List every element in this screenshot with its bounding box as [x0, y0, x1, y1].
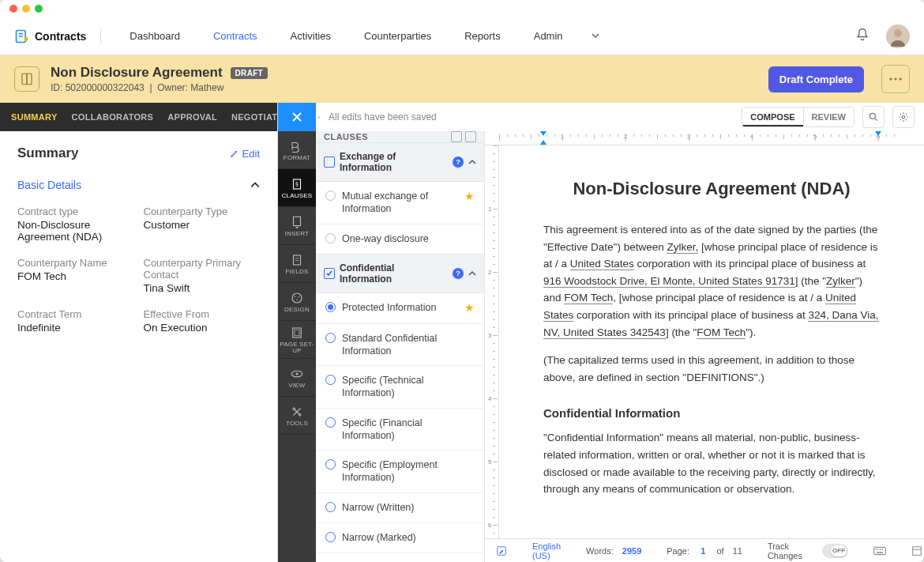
tool-icon — [290, 215, 304, 229]
clause-item[interactable]: One-way disclosure — [316, 224, 484, 254]
nav-reports[interactable]: Reports — [458, 25, 507, 47]
window-minimize-icon[interactable] — [22, 5, 30, 13]
ruler-horizontal[interactable]: 123456 — [485, 131, 924, 145]
tool-format[interactable]: FORMAT — [278, 131, 316, 169]
context-tabs: SUMMARY COLLABORATORS APPROVAL NEGOTIATI… — [0, 103, 277, 131]
basic-details-toggle[interactable]: Basic Details — [17, 172, 260, 198]
brand-icon — [14, 28, 30, 44]
tool-icon — [290, 367, 304, 381]
svg-point-22 — [295, 296, 296, 297]
nav-more[interactable] — [585, 25, 606, 47]
pencil-icon — [230, 149, 239, 158]
tool-fields[interactable]: FIELDS — [278, 245, 316, 283]
tool-page-set-up[interactable]: PAGE SET-UP — [278, 321, 316, 359]
nav-contracts[interactable]: Contracts — [207, 25, 264, 47]
clause-item[interactable]: Protected Information★ — [316, 293, 484, 323]
clause-group-header[interactable]: Exchange of Information? — [316, 143, 484, 181]
ruler-vertical[interactable]: 123456 — [485, 145, 499, 538]
toolstrip: FORMAT§CLAUSESINSERTFIELDSDESIGNPAGE SET… — [278, 131, 316, 562]
clauses-collapse-icon[interactable] — [465, 131, 476, 142]
settings-button[interactable] — [892, 106, 915, 128]
draft-complete-button[interactable]: Draft Complete — [768, 66, 864, 92]
svg-point-28 — [296, 372, 299, 375]
help-icon[interactable]: ? — [453, 157, 464, 168]
detail-label: Contract Term — [17, 308, 134, 320]
clause-item[interactable]: Narrow (Written) — [316, 492, 484, 522]
tool-design[interactable]: DESIGN — [278, 283, 316, 321]
svg-point-6 — [894, 29, 902, 37]
svg-rect-36 — [882, 549, 883, 549]
svg-rect-26 — [295, 330, 299, 336]
clause-item[interactable]: Specific (Technical Information) — [316, 365, 484, 408]
svg-point-3 — [24, 36, 28, 40]
contract-title: Non Disclosure Agreement — [51, 65, 223, 81]
contract-type-icon — [14, 66, 39, 92]
sb-word-count[interactable]: Words: 2959 — [583, 544, 644, 558]
detail-value: On Execution — [144, 322, 261, 334]
svg-rect-17 — [294, 217, 301, 225]
nav-counterparties[interactable]: Counterparties — [358, 25, 438, 47]
detail-item: Counterparty TypeCustomer — [144, 206, 261, 243]
clause-item[interactable]: Mutual exchange of Information★ — [316, 182, 484, 224]
clause-item[interactable]: Narrow (disclosed during a — [316, 553, 484, 563]
svg-point-14 — [902, 115, 905, 119]
tab-collaborators[interactable]: COLLABORATORS — [72, 112, 154, 122]
document-icon — [20, 72, 34, 86]
window-maximize-icon[interactable] — [35, 5, 43, 13]
sb-edit-icon[interactable] — [493, 543, 510, 559]
sb-page[interactable]: Page: 1 of 11 — [663, 544, 746, 558]
clause-item[interactable]: Narrow (Marked) — [316, 522, 484, 553]
radio-icon — [325, 375, 336, 385]
contract-meta: ID: 502000000322043 | Owner: Mathew — [51, 82, 268, 93]
radio-icon — [325, 333, 336, 343]
tab-compose[interactable]: COMPOSE — [742, 107, 802, 126]
pencil-square-icon — [496, 545, 507, 556]
editor-mode-tabs: COMPOSE REVIEW — [742, 107, 855, 127]
clause-item[interactable]: Standard Confidential Information — [316, 323, 484, 366]
user-avatar[interactable] — [886, 25, 910, 48]
sb-track-changes[interactable]: Track Changes OFF — [764, 539, 851, 563]
tab-approval[interactable]: APPROVAL — [167, 112, 217, 122]
radio-icon — [325, 459, 336, 470]
tool-icon — [290, 139, 304, 153]
track-changes-toggle: OFF — [822, 544, 848, 558]
detail-value: Non-Disclosure Agreement (NDA) — [17, 219, 134, 243]
help-icon[interactable]: ? — [453, 268, 464, 279]
sb-keyboard[interactable] — [870, 544, 889, 558]
more-actions-button[interactable] — [881, 65, 910, 93]
tab-review[interactable]: REVIEW — [803, 107, 854, 126]
notifications-button[interactable] — [855, 27, 870, 45]
svg-rect-37 — [877, 552, 883, 553]
detail-item: Contract TermIndefinite — [17, 308, 134, 334]
tool-insert[interactable]: INSERT — [278, 207, 316, 245]
detail-value: Customer — [144, 219, 261, 231]
search-button[interactable] — [862, 106, 885, 128]
clause-item[interactable]: Specific (Financial Information) — [316, 408, 484, 451]
nav-dashboard[interactable]: Dashboard — [123, 25, 186, 47]
detail-value: Indefinite — [17, 322, 134, 334]
page-scroll[interactable]: Non-Disclosure Agreement (NDA) This agre… — [499, 145, 924, 538]
clauses-expand-icon[interactable] — [451, 131, 462, 142]
document-page[interactable]: Non-Disclosure Agreement (NDA) This agre… — [499, 145, 924, 538]
contract-header: Non Disclosure Agreement DRAFT ID: 50200… — [0, 55, 924, 103]
tool-tools[interactable]: TOOLS — [278, 397, 316, 435]
star-icon: ★ — [464, 190, 475, 202]
clause-item[interactable]: Specific (Employment Information) — [316, 450, 484, 492]
statusbar: English (US) Words: 2959 Page: 1 of 11 T… — [485, 538, 924, 562]
nav-admin[interactable]: Admin — [528, 25, 569, 47]
tab-summary[interactable]: SUMMARY — [11, 112, 58, 122]
window-close-icon[interactable] — [9, 5, 17, 13]
tool-clauses[interactable]: §CLAUSES — [278, 169, 316, 207]
tool-icon: § — [290, 177, 304, 191]
close-panel-button[interactable] — [278, 103, 316, 131]
sb-view-mode[interactable] — [908, 543, 924, 559]
edit-summary-button[interactable]: Edit — [230, 148, 260, 160]
radio-icon — [325, 502, 336, 512]
clause-group-header[interactable]: Confidential Information? — [316, 255, 484, 292]
keyboard-icon — [873, 546, 886, 556]
svg-point-21 — [292, 293, 302, 303]
nav-activities[interactable]: Activities — [284, 25, 337, 47]
detail-item: Counterparty NameFOM Tech — [17, 257, 134, 294]
tool-view[interactable]: VIEW — [278, 359, 316, 397]
sb-language[interactable]: English (US) — [529, 539, 564, 563]
